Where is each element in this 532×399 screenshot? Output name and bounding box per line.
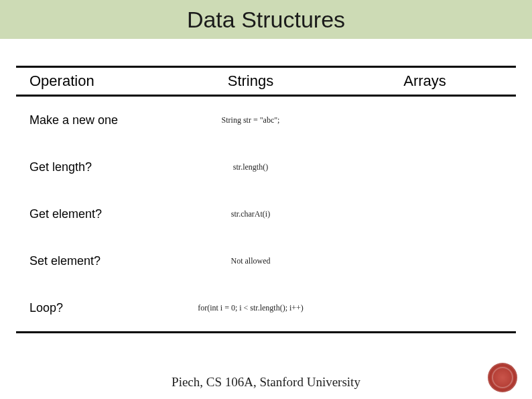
header-strings: Strings xyxy=(143,72,358,90)
cell-strings: for(int i = 0; i < str.length(); i++) xyxy=(143,303,358,313)
table-body: Make a new one String str = "abc"; Get l… xyxy=(16,97,516,333)
footer-text: Piech, CS 106A, Stanford University xyxy=(172,375,360,389)
table-header-row: Operation Strings Arrays xyxy=(16,66,516,97)
cell-strings: String str = "abc"; xyxy=(143,115,358,125)
table-row: Make a new one String str = "abc"; xyxy=(16,97,516,144)
header-arrays: Arrays xyxy=(358,72,492,90)
slide-title: Data Structures xyxy=(187,7,345,33)
title-bar: Data Structures xyxy=(0,0,532,39)
cell-strings: str.charAt(i) xyxy=(143,209,358,219)
cell-strings: str.length() xyxy=(143,162,358,172)
header-operation: Operation xyxy=(16,72,143,90)
cell-operation: Get length? xyxy=(16,160,143,174)
table-row: Get length? str.length() xyxy=(16,144,516,190)
cell-operation: Loop? xyxy=(16,301,143,315)
cell-operation: Make a new one xyxy=(16,113,143,127)
slide-footer: Piech, CS 106A, Stanford University xyxy=(0,375,532,390)
table-row: Loop? for(int i = 0; i < str.length(); i… xyxy=(16,284,516,331)
stanford-seal-icon xyxy=(488,363,517,392)
cell-operation: Get element? xyxy=(16,207,143,221)
comparison-table: Operation Strings Arrays Make a new one … xyxy=(16,66,516,333)
cell-operation: Set element? xyxy=(16,254,143,268)
cell-strings: Not allowed xyxy=(143,256,358,266)
table-row: Get element? str.charAt(i) xyxy=(16,190,516,237)
table-row: Set element? Not allowed xyxy=(16,237,516,284)
